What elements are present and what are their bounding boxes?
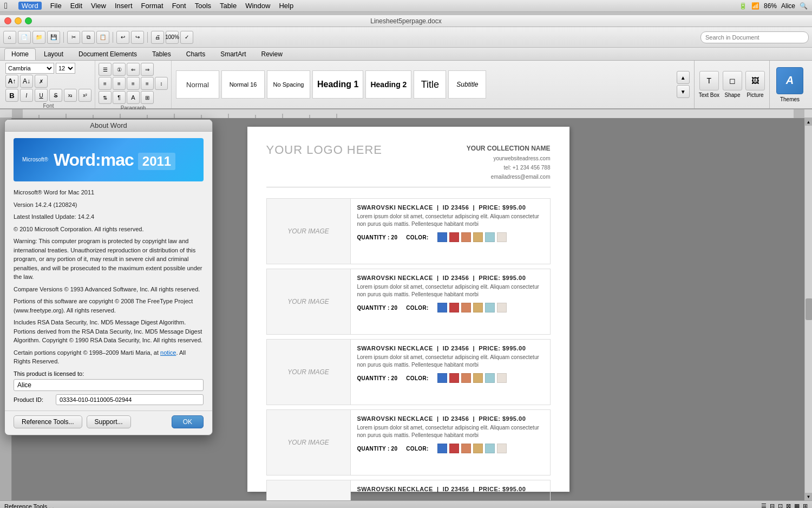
view-icon-6[interactable]: ⊞	[803, 503, 808, 508]
style-subtitle[interactable]: Subtitle	[448, 70, 486, 99]
color-swatch	[485, 232, 495, 242]
themes-button[interactable]: A	[776, 67, 803, 94]
minimize-button[interactable]	[15, 17, 22, 24]
bold-btn[interactable]: B	[5, 89, 18, 102]
clear-format-btn[interactable]: ✗	[35, 75, 48, 88]
shading-btn[interactable]: A	[127, 91, 140, 104]
maximize-button[interactable]	[25, 17, 32, 24]
copy-btn[interactable]: ⧉	[82, 31, 95, 44]
tab-smartart[interactable]: SmartArt	[213, 48, 253, 60]
rsa-text: Includes RSA Data Security, Inc. MD5 Mes…	[14, 318, 204, 345]
search-icon[interactable]: 🔍	[800, 2, 808, 10]
insert-textbox[interactable]: T Text Box	[699, 71, 719, 98]
line-spacing-btn[interactable]: ↕	[155, 77, 168, 90]
menu-insert[interactable]: Insert	[115, 2, 133, 10]
menu-table[interactable]: Table	[220, 2, 237, 10]
style-normal16[interactable]: Normal 16	[221, 70, 265, 99]
font-increase-btn[interactable]: A↑	[5, 75, 18, 88]
open-btn[interactable]: 📁	[32, 31, 45, 44]
menu-help[interactable]: Help	[279, 2, 293, 10]
tab-home[interactable]: Home	[4, 48, 36, 60]
user-field[interactable]	[14, 379, 204, 391]
view-icon-5[interactable]: ▦	[794, 503, 800, 508]
menu-word[interactable]: Word	[18, 2, 42, 10]
zoom-btn[interactable]: 100%	[166, 31, 179, 44]
view-icon-4[interactable]: ⊠	[786, 503, 791, 508]
home-toolbar-btn[interactable]: ⌂	[3, 31, 16, 44]
styles-up-btn[interactable]: ▲	[677, 71, 690, 84]
support-button[interactable]: Support...	[87, 415, 131, 428]
align-center-btn[interactable]: ≡	[113, 77, 126, 90]
ok-button[interactable]: OK	[172, 415, 204, 428]
tab-charts[interactable]: Charts	[179, 48, 212, 60]
close-button[interactable]	[4, 17, 11, 24]
justify-btn[interactable]: ≡	[141, 77, 154, 90]
style-title[interactable]: Title	[414, 70, 446, 99]
search-input[interactable]	[700, 31, 809, 43]
style-normal[interactable]: Normal	[176, 70, 219, 99]
menu-tools[interactable]: Tools	[195, 2, 211, 10]
align-right-btn[interactable]: ≡	[127, 77, 140, 90]
collection-name: YOUR COLLECTION NAME	[467, 143, 551, 154]
underline-btn[interactable]: U	[35, 89, 48, 102]
insert-shape[interactable]: ◻ Shape	[723, 71, 742, 98]
indent-btn[interactable]: ⇒	[141, 63, 154, 76]
font-size-select[interactable]: 12	[56, 63, 75, 74]
menu-window[interactable]: Window	[245, 2, 270, 10]
product-qty: QUANTITY : 20	[357, 235, 398, 240]
view-icon-2[interactable]: ⊟	[770, 503, 775, 508]
color-swatch	[449, 303, 459, 312]
view-icon-1[interactable]: ☰	[761, 503, 767, 508]
cut-btn[interactable]: ✂	[67, 31, 80, 44]
align-left-btn[interactable]: ≡	[99, 77, 112, 90]
insert-picture[interactable]: 🖼 Picture	[745, 71, 765, 98]
new-btn[interactable]: 📄	[18, 31, 31, 44]
window-title: Linesheet5perpage.docx	[370, 17, 441, 25]
superscript-btn[interactable]: x²	[78, 89, 91, 102]
menu-edit[interactable]: Edit	[70, 2, 82, 10]
menu-view[interactable]: View	[91, 2, 106, 10]
scrollbar-thumb[interactable]	[806, 298, 812, 320]
undo-btn[interactable]: ↩	[116, 31, 129, 44]
product-qty: QUANTITY : 20	[357, 305, 398, 311]
style-heading2[interactable]: Heading 2	[365, 70, 411, 99]
sort-btn[interactable]: ⇅	[99, 91, 112, 104]
style-heading1[interactable]: Heading 1	[312, 70, 363, 99]
save-btn[interactable]: 💾	[47, 31, 60, 44]
about-content: Microsoft® Word:mac 2011 Microsoft® Word…	[5, 132, 212, 411]
bullets-btn[interactable]: ☰	[99, 63, 112, 76]
tab-layout[interactable]: Layout	[37, 48, 70, 60]
view-icon-3[interactable]: ⊡	[778, 503, 783, 508]
pilcrow-btn[interactable]: ¶	[113, 91, 126, 104]
about-dialog-titlebar: About Word	[5, 120, 212, 132]
menu-font[interactable]: Font	[172, 2, 186, 10]
reference-tools-button[interactable]: Reference Tools...	[14, 415, 82, 428]
product-id-field[interactable]	[56, 394, 204, 405]
paste-btn[interactable]: 📋	[96, 31, 109, 44]
statusbar: Reference Tools . . ☰ ⊟ ⊡ ⊠ ▦ ⊞	[0, 500, 812, 508]
window-controls	[4, 17, 32, 24]
tab-document-elements[interactable]: Document Elements	[71, 48, 144, 60]
strikethrough-btn[interactable]: S	[49, 89, 62, 102]
menu-format[interactable]: Format	[141, 2, 163, 10]
product-info: SWAROVSKI NECKLACE | ID 23456 | PRICE: $…	[351, 340, 550, 405]
subscript-btn[interactable]: x₂	[64, 89, 77, 102]
apple-menu[interactable]: 	[4, 1, 8, 11]
tab-review[interactable]: Review	[254, 48, 289, 60]
spellcheck-btn[interactable]: ✓	[180, 31, 193, 44]
font-family-select[interactable]: Cambria	[5, 63, 54, 74]
tab-tables[interactable]: Tables	[145, 48, 178, 60]
redo-btn[interactable]: ↪	[131, 31, 144, 44]
numbering-btn[interactable]: ①	[113, 63, 126, 76]
styles-down-btn[interactable]: ▼	[677, 85, 690, 98]
notice-link[interactable]: notice	[160, 349, 176, 356]
font-decrease-btn[interactable]: A↓	[20, 75, 33, 88]
right-scrollbar[interactable]: ▲ ▼	[804, 118, 812, 500]
style-nospacing[interactable]: No Spacing	[267, 70, 310, 99]
border-btn[interactable]: ⊞	[141, 91, 154, 104]
print-btn[interactable]: 🖨	[151, 31, 164, 44]
reference-tools-label[interactable]: Reference Tools . .	[4, 503, 54, 509]
menu-file[interactable]: File	[50, 2, 62, 10]
outdent-btn[interactable]: ⇐	[127, 63, 140, 76]
italic-btn[interactable]: I	[20, 89, 33, 102]
